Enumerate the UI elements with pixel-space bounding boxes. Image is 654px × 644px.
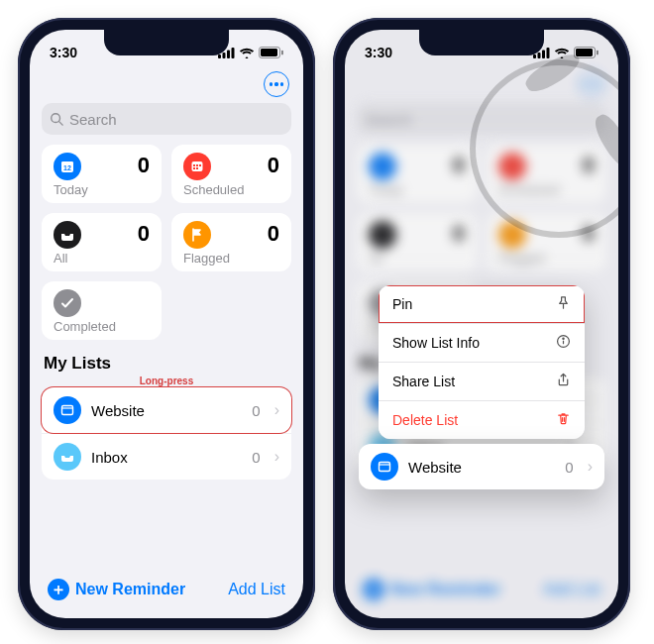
- card-today[interactable]: 12 0 Today: [42, 145, 162, 203]
- tray-icon: [54, 443, 81, 471]
- context-info-label: Show List Info: [392, 335, 480, 351]
- svg-rect-0: [218, 54, 221, 58]
- battery-icon: [259, 47, 283, 58]
- context-menu: Pin Show List Info Share List: [379, 285, 585, 439]
- phone-left: 3:30 Search 12 0 Today: [18, 18, 315, 630]
- context-pin[interactable]: Pin: [379, 285, 585, 323]
- wifi-icon: [554, 48, 570, 58]
- search-field[interactable]: Search: [42, 103, 291, 135]
- checkmark-icon: [54, 289, 81, 317]
- status-indicators: [218, 47, 283, 58]
- list-bullet-icon: [54, 396, 81, 424]
- svg-rect-23: [547, 48, 550, 58]
- new-reminder-button[interactable]: ＋ New Reminder: [48, 579, 185, 600]
- svg-rect-2: [227, 50, 230, 58]
- svg-rect-5: [261, 49, 277, 56]
- svg-rect-1: [223, 53, 226, 58]
- share-icon: [556, 373, 571, 390]
- card-completed[interactable]: Completed: [42, 281, 162, 340]
- svg-rect-25: [576, 49, 593, 56]
- context-delete-label: Delete List: [392, 412, 458, 428]
- list-count: 0: [252, 402, 260, 419]
- svg-rect-6: [281, 51, 283, 55]
- all-count: 0: [138, 221, 150, 247]
- tray-icon: [54, 221, 81, 249]
- search-placeholder: Search: [69, 111, 117, 128]
- svg-point-29: [563, 338, 564, 339]
- context-share-label: Share List: [392, 374, 455, 389]
- svg-rect-21: [538, 53, 541, 58]
- wifi-icon: [239, 48, 255, 58]
- summary-grid: 12 0 Today 0 Scheduled 0 All: [30, 145, 303, 271]
- card-all[interactable]: 0 All: [42, 213, 162, 271]
- svg-rect-18: [62, 406, 73, 415]
- plus-circle-icon: ＋: [48, 579, 69, 600]
- svg-rect-26: [597, 51, 599, 55]
- completed-label: Completed: [54, 319, 150, 334]
- chevron-right-icon: ›: [274, 448, 279, 466]
- list-row-inbox[interactable]: Inbox 0 ›: [42, 433, 291, 480]
- svg-rect-14: [196, 164, 198, 166]
- svg-rect-20: [533, 54, 536, 58]
- battery-icon: [574, 47, 599, 58]
- pin-icon: [556, 295, 571, 313]
- flagged-label: Flagged: [183, 251, 279, 266]
- my-lists-block: Website 0 › Inbox 0 ›: [42, 387, 291, 480]
- status-indicators: [533, 47, 599, 58]
- today-label: Today: [54, 182, 150, 197]
- mylists-title: My Lists: [30, 340, 303, 377]
- chevron-right-icon: ›: [588, 458, 593, 476]
- list-count: 0: [252, 449, 260, 466]
- scheduled-count: 0: [268, 153, 279, 178]
- ellipsis-icon: [270, 82, 284, 85]
- context-pin-label: Pin: [392, 296, 412, 312]
- context-delete[interactable]: Delete List: [379, 400, 585, 439]
- scheduled-label: Scheduled: [183, 182, 279, 197]
- svg-text:12: 12: [63, 164, 71, 171]
- list-bullet-icon: [371, 453, 398, 481]
- flagged-count: 0: [268, 221, 279, 247]
- chevron-right-icon: ›: [274, 401, 279, 419]
- info-icon: [556, 334, 571, 352]
- calendar-icon: [183, 153, 211, 180]
- toolbar: [30, 69, 303, 103]
- status-time: 3:30: [50, 45, 77, 60]
- list-row-website[interactable]: Website 0 ›: [42, 387, 291, 433]
- calendar-today-icon: 12: [54, 153, 81, 180]
- more-button[interactable]: [264, 71, 289, 97]
- card-scheduled[interactable]: 0 Scheduled: [171, 145, 291, 203]
- today-count: 0: [138, 153, 150, 178]
- svg-rect-3: [232, 48, 235, 58]
- svg-rect-16: [193, 167, 195, 169]
- context-menu-layer: Pin Show List Info Share List: [345, 30, 618, 618]
- screen: 3:30 Search 12 0 Today: [30, 30, 303, 618]
- context-share[interactable]: Share List: [379, 362, 585, 400]
- card-flagged[interactable]: 0 Flagged: [171, 213, 291, 271]
- all-label: All: [54, 251, 150, 266]
- list-name: Inbox: [91, 449, 242, 466]
- context-preview-row[interactable]: Website 0 ›: [359, 444, 604, 489]
- trash-icon: [556, 411, 571, 429]
- svg-rect-15: [199, 164, 201, 166]
- svg-rect-17: [196, 167, 198, 169]
- new-reminder-label: New Reminder: [75, 581, 185, 598]
- svg-rect-30: [380, 463, 390, 472]
- add-list-button[interactable]: Add List: [228, 581, 285, 598]
- search-icon: [50, 112, 63, 126]
- preview-list-count: 0: [565, 459, 573, 476]
- svg-line-8: [59, 122, 63, 126]
- cellular-icon: [533, 48, 550, 58]
- preview-list-name: Website: [408, 459, 555, 476]
- footer: ＋ New Reminder Add List: [30, 569, 303, 618]
- status-bar: 3:30: [345, 30, 618, 69]
- list-name: Website: [91, 402, 242, 419]
- notch: [104, 30, 229, 55]
- screen: 3:30 Search 0Today 0Scheduled 0All 0Flag…: [345, 30, 618, 618]
- context-show-info[interactable]: Show List Info: [379, 323, 585, 362]
- phone-right: 3:30 Search 0Today 0Scheduled 0All 0Flag…: [333, 18, 630, 630]
- status-time: 3:30: [365, 45, 392, 60]
- long-press-annotation: Long-press: [30, 376, 303, 386]
- flag-icon: [183, 221, 211, 249]
- svg-rect-13: [193, 164, 195, 166]
- svg-rect-22: [542, 50, 545, 58]
